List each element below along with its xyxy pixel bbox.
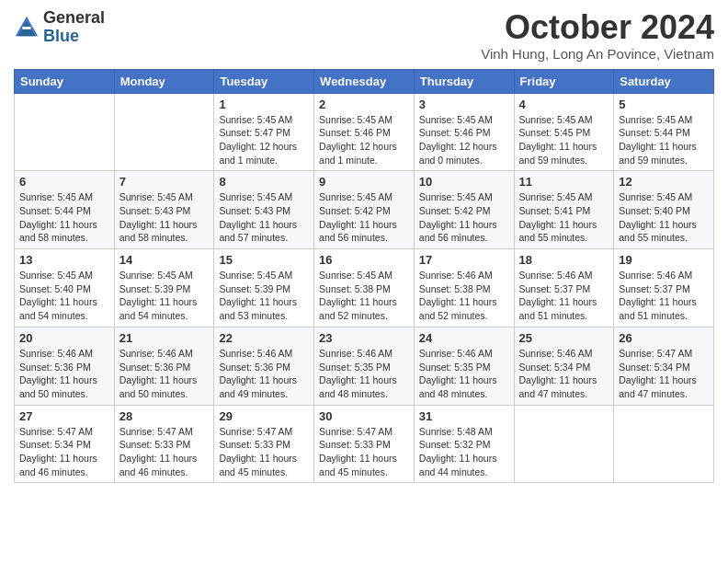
day-number: 20 <box>19 331 109 345</box>
day-info: Sunrise: 5:48 AM Sunset: 5:32 PM Dayligh… <box>419 425 509 479</box>
day-info: Sunrise: 5:46 AM Sunset: 5:34 PM Dayligh… <box>519 347 609 401</box>
day-number: 27 <box>19 409 109 423</box>
day-info: Sunrise: 5:45 AM Sunset: 5:40 PM Dayligh… <box>19 269 109 323</box>
calendar-cell: 10Sunrise: 5:45 AM Sunset: 5:42 PM Dayli… <box>414 171 514 249</box>
calendar-cell: 16Sunrise: 5:45 AM Sunset: 5:38 PM Dayli… <box>314 249 415 327</box>
calendar-cell: 25Sunrise: 5:46 AM Sunset: 5:34 PM Dayli… <box>514 327 614 405</box>
day-info: Sunrise: 5:47 AM Sunset: 5:33 PM Dayligh… <box>219 425 309 479</box>
day-info: Sunrise: 5:46 AM Sunset: 5:35 PM Dayligh… <box>319 347 409 401</box>
location-subtitle: Vinh Hung, Long An Povince, Vietnam <box>481 46 714 62</box>
calendar-cell <box>15 93 115 171</box>
day-info: Sunrise: 5:45 AM Sunset: 5:43 PM Dayligh… <box>219 190 309 245</box>
calendar-cell: 17Sunrise: 5:46 AM Sunset: 5:38 PM Dayli… <box>414 249 514 327</box>
day-number: 14 <box>119 253 210 267</box>
page-header: General Blue October 2024 Vinh Hung, Lon… <box>14 9 714 62</box>
day-info: Sunrise: 5:45 AM Sunset: 5:41 PM Dayligh… <box>519 190 609 245</box>
month-title: October 2024 <box>481 9 714 46</box>
day-number: 11 <box>519 175 609 189</box>
day-number: 4 <box>519 98 609 111</box>
day-info: Sunrise: 5:47 AM Sunset: 5:33 PM Dayligh… <box>319 425 409 479</box>
logo-blue-text: Blue <box>43 28 105 46</box>
day-number: 16 <box>319 253 409 267</box>
day-number: 28 <box>119 409 210 423</box>
calendar-cell: 11Sunrise: 5:45 AM Sunset: 5:41 PM Dayli… <box>514 171 614 249</box>
logo-general-text: General <box>43 9 105 28</box>
day-info: Sunrise: 5:45 AM Sunset: 5:45 PM Dayligh… <box>519 113 609 167</box>
day-info: Sunrise: 5:45 AM Sunset: 5:46 PM Dayligh… <box>319 113 409 167</box>
day-info: Sunrise: 5:46 AM Sunset: 5:35 PM Dayligh… <box>419 347 509 401</box>
day-number: 9 <box>319 175 409 189</box>
day-info: Sunrise: 5:47 AM Sunset: 5:33 PM Dayligh… <box>119 425 210 479</box>
calendar-cell: 6Sunrise: 5:45 AM Sunset: 5:44 PM Daylig… <box>15 171 115 249</box>
calendar-cell: 14Sunrise: 5:45 AM Sunset: 5:39 PM Dayli… <box>114 249 214 327</box>
day-of-week-header: Saturday <box>614 69 714 93</box>
day-info: Sunrise: 5:45 AM Sunset: 5:39 PM Dayligh… <box>219 269 309 323</box>
day-info: Sunrise: 5:45 AM Sunset: 5:43 PM Dayligh… <box>119 190 210 245</box>
calendar-cell: 27Sunrise: 5:47 AM Sunset: 5:34 PM Dayli… <box>15 405 115 483</box>
title-block: October 2024 Vinh Hung, Long An Povince,… <box>481 9 714 62</box>
day-info: Sunrise: 5:46 AM Sunset: 5:36 PM Dayligh… <box>119 347 210 401</box>
day-number: 12 <box>619 175 709 189</box>
calendar-cell: 30Sunrise: 5:47 AM Sunset: 5:33 PM Dayli… <box>314 405 415 483</box>
day-number: 23 <box>319 331 409 345</box>
day-number: 30 <box>319 409 409 423</box>
day-number: 18 <box>519 253 609 267</box>
day-number: 10 <box>419 175 509 189</box>
day-of-week-header: Wednesday <box>314 69 415 93</box>
calendar-cell: 4Sunrise: 5:45 AM Sunset: 5:45 PM Daylig… <box>514 93 614 171</box>
logo: General Blue <box>14 9 105 46</box>
day-info: Sunrise: 5:45 AM Sunset: 5:47 PM Dayligh… <box>219 113 309 167</box>
day-number: 17 <box>419 253 509 267</box>
calendar-table: SundayMondayTuesdayWednesdayThursdayFrid… <box>14 69 714 484</box>
day-number: 5 <box>619 98 709 111</box>
day-number: 26 <box>619 331 709 345</box>
calendar-week-row: 6Sunrise: 5:45 AM Sunset: 5:44 PM Daylig… <box>15 171 714 249</box>
svg-rect-2 <box>22 27 30 29</box>
day-number: 8 <box>219 175 309 189</box>
day-number: 29 <box>219 409 309 423</box>
day-info: Sunrise: 5:45 AM Sunset: 5:44 PM Dayligh… <box>619 113 709 167</box>
calendar-cell: 24Sunrise: 5:46 AM Sunset: 5:35 PM Dayli… <box>414 327 514 405</box>
calendar-cell: 12Sunrise: 5:45 AM Sunset: 5:40 PM Dayli… <box>614 171 714 249</box>
calendar-cell <box>614 405 714 483</box>
calendar-cell: 29Sunrise: 5:47 AM Sunset: 5:33 PM Dayli… <box>214 405 314 483</box>
calendar-week-row: 13Sunrise: 5:45 AM Sunset: 5:40 PM Dayli… <box>15 249 714 327</box>
day-number: 15 <box>219 253 309 267</box>
day-of-week-header: Monday <box>114 69 214 93</box>
calendar-cell: 15Sunrise: 5:45 AM Sunset: 5:39 PM Dayli… <box>214 249 314 327</box>
calendar-cell: 2Sunrise: 5:45 AM Sunset: 5:46 PM Daylig… <box>314 93 415 171</box>
calendar-cell: 13Sunrise: 5:45 AM Sunset: 5:40 PM Dayli… <box>15 249 115 327</box>
calendar-week-row: 1Sunrise: 5:45 AM Sunset: 5:47 PM Daylig… <box>15 93 714 171</box>
calendar-cell: 22Sunrise: 5:46 AM Sunset: 5:36 PM Dayli… <box>214 327 314 405</box>
day-number: 13 <box>19 253 109 267</box>
day-number: 6 <box>19 175 109 189</box>
calendar-week-row: 20Sunrise: 5:46 AM Sunset: 5:36 PM Dayli… <box>15 327 714 405</box>
calendar-cell: 20Sunrise: 5:46 AM Sunset: 5:36 PM Dayli… <box>15 327 115 405</box>
day-info: Sunrise: 5:45 AM Sunset: 5:44 PM Dayligh… <box>19 190 109 245</box>
day-number: 3 <box>419 98 509 111</box>
day-info: Sunrise: 5:47 AM Sunset: 5:34 PM Dayligh… <box>19 425 109 479</box>
logo-text: General Blue <box>43 9 105 46</box>
day-number: 21 <box>119 331 210 345</box>
day-of-week-header: Sunday <box>15 69 115 93</box>
day-info: Sunrise: 5:45 AM Sunset: 5:38 PM Dayligh… <box>319 269 409 323</box>
day-info: Sunrise: 5:46 AM Sunset: 5:37 PM Dayligh… <box>519 269 609 323</box>
day-of-week-header: Tuesday <box>214 69 314 93</box>
calendar-cell: 19Sunrise: 5:46 AM Sunset: 5:37 PM Dayli… <box>614 249 714 327</box>
calendar-cell: 18Sunrise: 5:46 AM Sunset: 5:37 PM Dayli… <box>514 249 614 327</box>
calendar-cell: 23Sunrise: 5:46 AM Sunset: 5:35 PM Dayli… <box>314 327 415 405</box>
day-info: Sunrise: 5:45 AM Sunset: 5:42 PM Dayligh… <box>419 190 509 245</box>
day-of-week-header: Thursday <box>414 69 514 93</box>
calendar-cell: 8Sunrise: 5:45 AM Sunset: 5:43 PM Daylig… <box>214 171 314 249</box>
day-number: 24 <box>419 331 509 345</box>
day-of-week-header: Friday <box>514 69 614 93</box>
calendar-cell: 1Sunrise: 5:45 AM Sunset: 5:47 PM Daylig… <box>214 93 314 171</box>
calendar-cell: 31Sunrise: 5:48 AM Sunset: 5:32 PM Dayli… <box>414 405 514 483</box>
calendar-cell: 3Sunrise: 5:45 AM Sunset: 5:46 PM Daylig… <box>414 93 514 171</box>
day-number: 31 <box>419 409 509 423</box>
day-info: Sunrise: 5:45 AM Sunset: 5:46 PM Dayligh… <box>419 113 509 167</box>
day-number: 7 <box>119 175 210 189</box>
day-info: Sunrise: 5:46 AM Sunset: 5:36 PM Dayligh… <box>19 347 109 401</box>
day-info: Sunrise: 5:46 AM Sunset: 5:37 PM Dayligh… <box>619 269 709 323</box>
day-number: 1 <box>219 98 309 111</box>
